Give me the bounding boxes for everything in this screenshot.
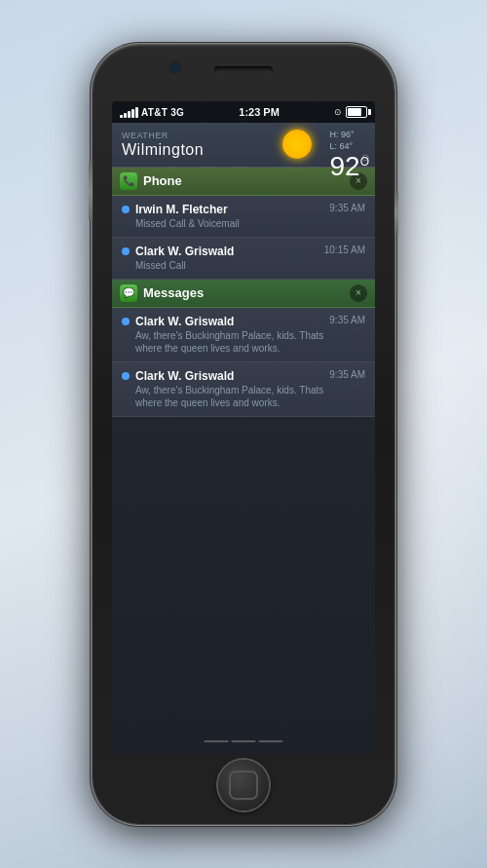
notif-content-1: Irwin M. Fletcher Missed Call & Voicemai…	[135, 203, 323, 230]
notif-content-2: Clark W. Griswald Missed Call	[135, 245, 318, 272]
notif-dot-1	[122, 206, 130, 213]
weather-sun-icon	[282, 130, 312, 159]
message-sub-2: Aw, there's Buckingham Palace, kids. Tha…	[135, 384, 323, 409]
signal-bars	[120, 106, 138, 118]
scroll-line-3	[259, 740, 283, 742]
phone-notif-2[interactable]: Clark W. Griswald Missed Call 10:15 AM	[112, 238, 375, 280]
weather-widget[interactable]: Weather Wilmington H: 96° L: 64° 92O ⊙	[112, 123, 375, 168]
message-notif-1[interactable]: Clark W. Griswald Aw, there's Buckingham…	[112, 308, 375, 362]
time-display: 1:23 PM	[239, 106, 280, 118]
camera	[170, 62, 180, 72]
scroll-indicator	[205, 740, 283, 742]
signal-bar-5	[135, 107, 138, 118]
scroll-line-1	[205, 740, 229, 742]
battery-fill	[348, 108, 361, 116]
messages-section-icon: 💬	[120, 284, 137, 302]
phone-screen: AT&T 3G 1:23 PM ⊙ Weather Wilmington H: …	[112, 101, 375, 754]
notif-sub-2: Missed Call	[135, 259, 318, 272]
message-content-1: Clark W. Griswald Aw, there's Buckingham…	[135, 315, 323, 355]
home-button-inner	[229, 771, 258, 800]
weather-high: H: 96° L: 64°	[330, 129, 370, 153]
messages-section-header: 💬 Messages ×	[112, 280, 375, 308]
phone-notif-1[interactable]: Irwin M. Fletcher Missed Call & Voicemai…	[112, 196, 375, 238]
side-button[interactable]	[394, 191, 398, 235]
battery-indicator	[346, 106, 367, 118]
message-name-1: Clark W. Griswald	[135, 315, 323, 328]
message-name-2: Clark W. Griswald	[135, 369, 323, 383]
status-left: AT&T 3G	[120, 106, 184, 118]
notif-dot-2	[122, 247, 130, 255]
notif-name-2: Clark W. Griswald	[135, 245, 318, 258]
notif-time-2: 10:15 AM	[324, 245, 365, 255]
carrier-label: AT&T 3G	[141, 107, 184, 118]
speaker	[214, 66, 273, 74]
location-icon: ⊙	[334, 107, 342, 117]
message-time-1: 9:35 AM	[329, 315, 365, 325]
message-content-2: Clark W. Griswald Aw, there's Buckingham…	[135, 369, 323, 409]
message-time-2: 9:35 AM	[329, 369, 365, 380]
signal-bar-2	[124, 113, 127, 118]
phone-section-icon: 📞	[120, 172, 137, 190]
message-sub-1: Aw, there's Buckingham Palace, kids. Tha…	[135, 329, 323, 355]
weather-expand-icon[interactable]: ⊙	[361, 152, 369, 163]
message-dot-2	[122, 372, 130, 380]
messages-section-close[interactable]: ×	[350, 284, 367, 302]
messages-section-title: Messages	[143, 285, 350, 300]
empty-screen-area	[112, 417, 375, 754]
message-notif-2[interactable]: Clark W. Griswald Aw, there's Buckingham…	[112, 362, 375, 417]
signal-bar-4	[131, 109, 134, 118]
weather-label: Weather	[122, 131, 365, 140]
signal-bar-1	[120, 115, 123, 118]
phone-frame: AT&T 3G 1:23 PM ⊙ Weather Wilmington H: …	[93, 45, 394, 824]
message-dot-1	[122, 318, 130, 325]
phone-section-title: Phone	[143, 173, 350, 188]
notif-name-1: Irwin M. Fletcher	[135, 203, 323, 216]
status-right: ⊙	[334, 106, 367, 118]
notif-sub-1: Missed Call & Voicemail	[135, 217, 323, 230]
home-button[interactable]	[218, 760, 269, 811]
status-bar: AT&T 3G 1:23 PM ⊙	[112, 101, 375, 123]
signal-bar-3	[128, 111, 131, 118]
notif-time-1: 9:35 AM	[329, 203, 365, 213]
scroll-line-2	[232, 740, 256, 742]
weather-city: Wilmington	[122, 141, 365, 159]
